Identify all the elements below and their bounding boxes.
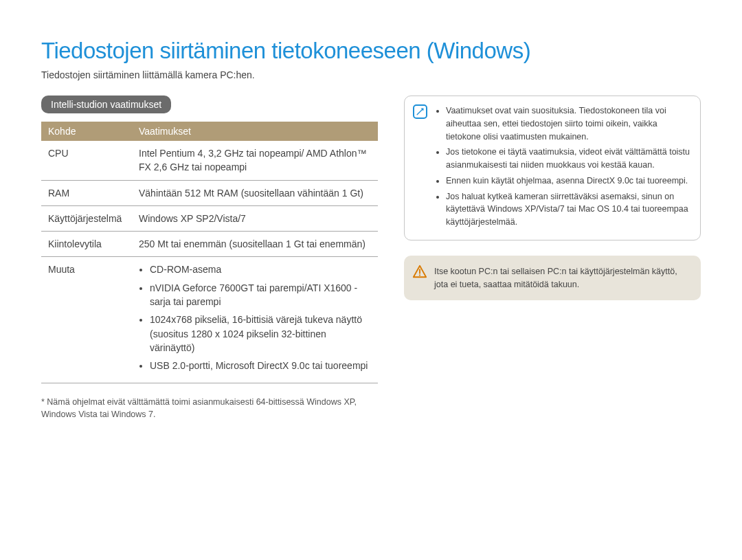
note-box: Vaatimukset ovat vain suosituksia. Tiedo…: [404, 96, 701, 240]
table-row: Käyttöjärjestelmä Windows XP SP2/Vista/7: [41, 205, 378, 231]
svg-point-1: [419, 274, 420, 276]
other-item: CD-ROM-asema: [150, 262, 371, 276]
note-item: Jos tietokone ei täytä vaatimuksia, vide…: [446, 146, 690, 172]
note-item: Ennen kuin käytät ohjelmaa, asenna Direc…: [446, 175, 690, 188]
right-column: Vaatimukset ovat vain suosituksia. Tiedo…: [404, 96, 701, 421]
warning-box: Itse kootun PC:n tai sellaisen PC:n tai …: [404, 256, 701, 301]
warning-text: Itse kootun PC:n tai sellaisen PC:n tai …: [434, 267, 677, 289]
requirements-table: Kohde Vaatimukset CPU Intel Pentium 4, 3…: [41, 122, 378, 383]
note-icon: [413, 104, 427, 119]
footnote: * Nämä ohjelmat eivät välttämättä toimi …: [41, 396, 378, 421]
table-header-kohde: Kohde: [41, 122, 132, 141]
page-title: Tiedostojen siirtäminen tietokoneeseen (…: [41, 38, 701, 64]
page-subtitle: Tiedostojen siirtäminen liittämällä kame…: [41, 69, 701, 80]
table-header-vaatimukset: Vaatimukset: [132, 122, 378, 141]
left-column: Intelli-studion vaatimukset Kohde Vaatim…: [41, 96, 378, 421]
cell-label: Muuta: [41, 257, 132, 383]
other-item: nVIDIA Geforce 7600GT tai parempi/ATI X1…: [150, 281, 371, 309]
table-row: CPU Intel Pentium 4, 3,2 GHz tai nopeamp…: [41, 141, 378, 180]
cell-label: Käyttöjärjestelmä: [41, 205, 132, 231]
cell-label: RAM: [41, 180, 132, 205]
cell-value: Vähintään 512 Mt RAM (suositellaan vähin…: [132, 180, 378, 205]
warning-icon: [412, 264, 427, 278]
other-item: USB 2.0-portti, Microsoft DirectX 9.0c t…: [150, 359, 371, 372]
cell-label: Kiintolevytila: [41, 232, 132, 257]
table-row: Kiintolevytila 250 Mt tai enemmän (suosi…: [41, 232, 378, 257]
note-item: Jos haluat kytkeä kameran siirrettäväksi…: [446, 190, 690, 229]
table-row: RAM Vähintään 512 Mt RAM (suositellaan v…: [41, 180, 378, 205]
table-row: Muuta CD-ROM-asema nVIDIA Geforce 7600GT…: [41, 257, 378, 383]
cell-value: CD-ROM-asema nVIDIA Geforce 7600GT tai p…: [132, 257, 378, 383]
cell-value: 250 Mt tai enemmän (suositellaan 1 Gt ta…: [132, 232, 378, 257]
note-item: Vaatimukset ovat vain suosituksia. Tiedo…: [446, 104, 690, 143]
cell-label: CPU: [41, 141, 132, 180]
cell-value: Intel Pentium 4, 3,2 GHz tai nopeampi/ A…: [132, 141, 378, 180]
section-label: Intelli-studion vaatimukset: [41, 96, 171, 113]
other-item: 1024x768 pikseliä, 16-bittisiä värejä tu…: [150, 313, 371, 355]
cell-value: Windows XP SP2/Vista/7: [132, 205, 378, 231]
